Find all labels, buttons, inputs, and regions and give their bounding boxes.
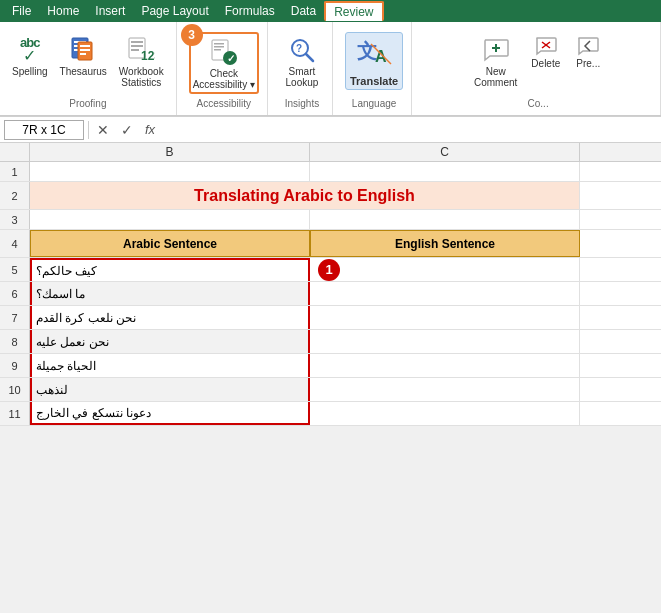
cell-b5[interactable]: كيف حالكم؟	[30, 258, 310, 281]
prev-comment-label: Pre...	[576, 58, 600, 69]
cell-b7[interactable]: نحن نلعب كرة القدم	[30, 306, 310, 329]
row-num-9: 9	[0, 354, 30, 377]
delete-comment-button[interactable]: Delete	[527, 32, 564, 71]
row-header-spacer	[0, 143, 30, 161]
menu-home[interactable]: Home	[39, 2, 87, 20]
accessibility-group-label: Accessibility	[197, 98, 251, 109]
proofing-group-label: Proofing	[69, 98, 106, 109]
new-comment-label: NewComment	[474, 66, 517, 88]
cell-b3[interactable]	[30, 210, 310, 229]
translate-label: Translate	[350, 75, 398, 87]
formula-input[interactable]	[163, 121, 657, 139]
check-accessibility-button[interactable]: ✓ CheckAccessibility ▾ 3	[189, 32, 259, 94]
ribbon-group-insights: ? SmartLookup Insights	[272, 22, 333, 115]
cell-c10[interactable]	[310, 378, 580, 401]
confirm-btn[interactable]: ✓	[117, 120, 137, 140]
cell-b1[interactable]	[30, 162, 310, 181]
workbook-statistics-button[interactable]: 123 WorkbookStatistics	[115, 32, 168, 90]
cell-c6[interactable]	[310, 282, 580, 305]
table-row: 4 Arabic Sentence English Sentence	[0, 230, 661, 258]
cell-b8[interactable]: نحن نعمل عليه	[30, 330, 310, 353]
cell-b9[interactable]: الحياة جميلة	[30, 354, 310, 377]
row-num-4: 4	[0, 230, 30, 257]
comments-group-label: Co...	[528, 98, 549, 109]
svg-rect-18	[214, 49, 221, 51]
table-row: 7 نحن نلعب كرة القدم	[0, 306, 661, 330]
prev-comment-button[interactable]: Pre...	[570, 32, 606, 71]
table-row: 6 ما اسمك؟	[0, 282, 661, 306]
spelling-label: Spelling	[12, 66, 48, 77]
svg-rect-5	[80, 45, 90, 47]
cell-c8[interactable]	[310, 330, 580, 353]
table-row: 3	[0, 210, 661, 230]
cell-b4[interactable]: Arabic Sentence	[30, 230, 310, 257]
name-box[interactable]	[4, 120, 84, 140]
cell-b10[interactable]: لنذهب	[30, 378, 310, 401]
ribbon: abc ✓ Spelling	[0, 22, 661, 117]
row-num-6: 6	[0, 282, 30, 305]
menu-insert[interactable]: Insert	[87, 2, 133, 20]
badge-1: 1	[318, 259, 340, 281]
row-num-11: 11	[0, 402, 30, 425]
row-num-3: 3	[0, 210, 30, 229]
language-group-label: Language	[352, 98, 397, 109]
cell-c11[interactable]	[310, 402, 580, 425]
ribbon-group-accessibility: ✓ CheckAccessibility ▾ 3 Accessibility	[181, 22, 268, 115]
svg-rect-7	[80, 53, 86, 55]
svg-rect-16	[214, 43, 224, 45]
row-num-1: 1	[0, 162, 30, 181]
cell-c3[interactable]	[310, 210, 580, 229]
ribbon-group-comments: NewComment Delete	[416, 22, 661, 115]
table-row: 1	[0, 162, 661, 182]
insights-group-label: Insights	[285, 98, 319, 109]
cell-title[interactable]: Translating Arabic to English	[30, 182, 580, 209]
cell-c7[interactable]	[310, 306, 580, 329]
cell-c4[interactable]: English Sentence	[310, 230, 580, 257]
badge-3: 3	[181, 24, 203, 46]
svg-text:✓: ✓	[227, 53, 235, 64]
cell-c1[interactable]	[310, 162, 580, 181]
col-header-c[interactable]: C	[310, 143, 580, 161]
table-row: 10 لنذهب	[0, 378, 661, 402]
menu-data[interactable]: Data	[283, 2, 324, 20]
new-comment-button[interactable]: NewComment	[470, 32, 521, 90]
menu-file[interactable]: File	[4, 2, 39, 20]
fx-btn[interactable]: fx	[141, 120, 159, 139]
table-row: 11 دعونا نتسكع في الخارج	[0, 402, 661, 426]
menu-review[interactable]: Review	[324, 1, 383, 21]
smart-lookup-button[interactable]: ? SmartLookup	[280, 32, 324, 90]
cell-b6[interactable]: ما اسمك؟	[30, 282, 310, 305]
svg-rect-10	[131, 45, 143, 47]
svg-text:?: ?	[296, 43, 302, 54]
menu-page-layout[interactable]: Page Layout	[133, 2, 216, 20]
svg-text:文: 文	[357, 40, 377, 62]
menu-formulas[interactable]: Formulas	[217, 2, 283, 20]
workbook-statistics-label: WorkbookStatistics	[119, 66, 164, 88]
spreadsheet: B C 1 2 Translating Arabic to English 3 …	[0, 143, 661, 426]
spelling-button[interactable]: abc ✓ Spelling	[8, 32, 52, 79]
smart-lookup-label: SmartLookup	[286, 66, 319, 88]
table-row: 2 Translating Arabic to English	[0, 182, 661, 210]
ribbon-group-proofing: abc ✓ Spelling	[0, 22, 177, 115]
thesaurus-button[interactable]: Thesaurus	[56, 32, 111, 79]
svg-rect-9	[131, 41, 143, 43]
svg-rect-6	[80, 49, 90, 51]
svg-text:123: 123	[141, 49, 155, 63]
cell-c9[interactable]	[310, 354, 580, 377]
translate-button[interactable]: 文 A Translate	[345, 32, 403, 90]
formula-divider	[88, 121, 89, 139]
svg-rect-17	[214, 46, 224, 48]
cell-b11[interactable]: دعونا نتسكع في الخارج	[30, 402, 310, 425]
table-row: 8 نحن نعمل عليه	[0, 330, 661, 354]
row-num-7: 7	[0, 306, 30, 329]
row-num-2: 2	[0, 182, 30, 209]
cell-c5[interactable]: 1	[310, 258, 580, 281]
col-header-b[interactable]: B	[30, 143, 310, 161]
row-num-5: 5	[0, 258, 30, 281]
menu-bar: File Home Insert Page Layout Formulas Da…	[0, 0, 661, 22]
cancel-btn[interactable]: ✕	[93, 120, 113, 140]
delete-comment-label: Delete	[531, 58, 560, 69]
table-row: 5 كيف حالكم؟ 1	[0, 258, 661, 282]
thesaurus-label: Thesaurus	[60, 66, 107, 77]
svg-rect-11	[131, 49, 139, 51]
